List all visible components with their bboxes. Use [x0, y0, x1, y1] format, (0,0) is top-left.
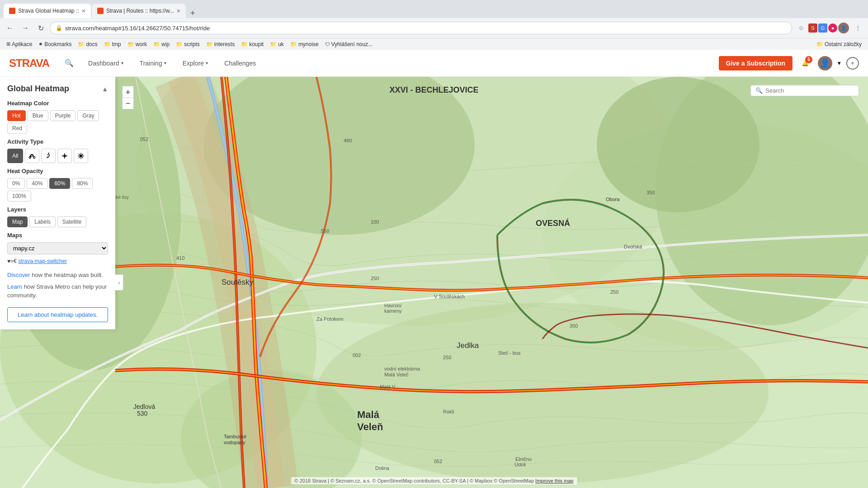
opacity-40-button[interactable]: 40% — [27, 178, 47, 189]
tab-close-2[interactable]: × — [177, 7, 180, 14]
opacity-0-button[interactable]: 0% — [7, 178, 25, 189]
bookmark-docs[interactable]: 📁 docs — [75, 40, 100, 48]
folder-icon-scripts: 📁 — [176, 41, 183, 47]
add-activity-button[interactable]: + — [846, 57, 859, 70]
bookmarks-bar: ⊞ Aplikace ★ Bookmarks 📁 docs 📁 tmp 📁 wo… — [0, 38, 868, 50]
svg-text:Malá: Malá — [357, 409, 380, 420]
back-button[interactable]: ← — [4, 22, 16, 34]
opacity-60-button[interactable]: 60% — [49, 178, 70, 189]
nav-search-icon[interactable]: 🔍 — [63, 57, 75, 69]
address-field[interactable]: 🔒 strava.com/heatmap#15.16/14.26627/50.7… — [50, 22, 792, 34]
switcher-link[interactable]: ♥=€ strava-map-switcher — [7, 258, 108, 264]
color-red-button[interactable]: Red — [7, 123, 27, 134]
color-gray-button[interactable]: Gray — [77, 110, 99, 121]
svg-text:vodopady: vodopady — [224, 440, 245, 445]
give-subscription-button[interactable]: Give a Subscription — [719, 56, 793, 70]
activity-winter-button[interactable] — [74, 149, 88, 163]
bookmark-work[interactable]: 📁 work — [125, 40, 150, 48]
activity-all-button[interactable]: All — [7, 149, 23, 163]
svg-text:410: 410 — [176, 255, 184, 261]
sidebar-collapse-button[interactable]: ▲ — [102, 85, 108, 93]
main-content: 052 410 550 480 250 100 Za Potokem Havro… — [0, 77, 868, 488]
bookmark-aplikace-label: Aplikace — [12, 41, 32, 47]
maps-select[interactable]: mapy.cz OpenStreetMap Mapbox — [7, 242, 108, 254]
bookmark-mynoise[interactable]: 📁 mynoise — [288, 40, 321, 48]
reload-button[interactable]: ↻ — [34, 22, 47, 34]
bookmark-scripts[interactable]: 📁 scripts — [173, 40, 203, 48]
nav-explore[interactable]: Explore ▾ — [179, 58, 212, 69]
folder-icon-mynoise: 📁 — [290, 41, 297, 47]
folder-icon-tmp: 📁 — [104, 41, 111, 47]
bookmark-vyhlasenin[interactable]: 🛡 Vyhlášení nouz... — [322, 40, 376, 48]
bookmark-koupit[interactable]: 📁 koupit — [238, 40, 266, 48]
layer-labels-button[interactable]: Labels — [29, 216, 55, 227]
svg-text:550: 550 — [321, 228, 329, 234]
bookmark-bookmarks[interactable]: ★ Bookmarks — [36, 40, 74, 48]
new-tab-button[interactable]: + — [187, 9, 199, 18]
opacity-80-button[interactable]: 80% — [72, 178, 93, 189]
bookmark-work-label: work — [136, 41, 147, 47]
tab-close-1[interactable]: × — [82, 7, 85, 14]
layers-group: Map Labels Satellite — [7, 216, 108, 227]
sidebar-collapse-arrow[interactable]: ‹ — [115, 274, 123, 291]
nav-dashboard[interactable]: Dashboard ▾ — [85, 58, 127, 69]
color-purple-button[interactable]: Purple — [50, 110, 76, 121]
bookmark-uk[interactable]: 📁 uk — [267, 40, 287, 48]
tab-title-2: Strava | Routes :: https://w... — [106, 8, 174, 14]
improve-map-link[interactable]: Improve this map — [535, 478, 573, 483]
folder-icon-docs: 📁 — [78, 41, 85, 47]
user-avatar[interactable]: 👤 — [818, 56, 832, 70]
svg-text:052: 052 — [434, 459, 442, 464]
svg-point-4 — [316, 303, 769, 483]
nav-training[interactable]: Training ▾ — [136, 58, 170, 69]
bookmark-tmp[interactable]: 📁 tmp — [101, 40, 124, 48]
svg-text:Udoli: Udoli — [514, 462, 526, 467]
bookmark-bookmarks-label: Bookmarks — [44, 41, 71, 47]
learn-link[interactable]: Learn — [7, 283, 22, 290]
opacity-100-button[interactable]: 100% — [7, 191, 31, 202]
activity-run-button[interactable] — [41, 149, 56, 163]
apps-icon: ⊞ — [6, 41, 10, 47]
svg-text:350: 350 — [646, 190, 655, 195]
svg-text:480: 480 — [344, 138, 352, 143]
color-hot-button[interactable]: Hot — [7, 110, 26, 121]
activity-multisport-button[interactable] — [57, 149, 72, 163]
bookmark-mynoise-label: mynoise — [298, 41, 319, 47]
map-area[interactable]: 052 410 550 480 250 100 Za Potokem Havro… — [0, 77, 868, 488]
color-blue-button[interactable]: Blue — [28, 110, 48, 121]
tab-active[interactable]: Strava Global Heatmap :: × — [4, 4, 91, 18]
tab-favicon-2 — [97, 8, 104, 14]
bookmark-aplikace[interactable]: ⊞ Aplikace — [4, 40, 35, 48]
svg-text:Dvořská: Dvořská — [624, 244, 642, 249]
nav-challenges[interactable]: Challenges — [221, 58, 259, 69]
activity-bike-button[interactable] — [25, 149, 39, 163]
layer-satellite-button[interactable]: Satellite — [57, 216, 87, 227]
ext-icon-2: G — [818, 23, 827, 33]
dashboard-chevron: ▾ — [121, 61, 123, 66]
map-search[interactable]: 🔍 — [750, 85, 859, 96]
bookmark-star[interactable]: ☆ — [795, 22, 807, 34]
layer-map-button[interactable]: Map — [7, 216, 28, 227]
zoom-in-button[interactable]: + — [122, 86, 134, 98]
discover-link[interactable]: Discover — [7, 272, 30, 278]
topo-map-svg: 052 410 550 480 250 100 Za Potokem Havro… — [0, 77, 868, 488]
bookmark-wip[interactable]: 📁 wip — [151, 40, 172, 48]
map-search-input[interactable] — [765, 87, 854, 94]
switcher-link-text[interactable]: strava-map-switcher — [18, 258, 67, 264]
browser-menu[interactable]: ⋮ — [852, 22, 864, 34]
user-avatar-img: 👤 — [820, 58, 830, 68]
update-link-button[interactable]: Learn about heatmap updates. — [7, 307, 108, 322]
notifications-button[interactable]: 🔔 5 — [798, 56, 812, 70]
other-bookmarks[interactable]: 📁 Ostatní záložky — [814, 40, 864, 48]
zoom-out-button[interactable]: − — [122, 98, 134, 109]
bookmark-interests[interactable]: 📁 interests — [203, 40, 237, 48]
svg-text:250: 250 — [610, 289, 618, 295]
browser-user-avatar[interactable]: 👤 — [838, 23, 849, 33]
tab-2[interactable]: Strava | Routes :: https://w... × — [92, 4, 186, 18]
forward-button[interactable]: → — [19, 22, 32, 34]
maps-label: Maps — [7, 232, 108, 239]
bookmark-docs-label: docs — [86, 41, 97, 47]
svg-text:Rokli: Rokli — [443, 409, 454, 414]
bookmark-vyhlasenin-label: Vyhlášení nouz... — [331, 41, 373, 47]
heat-opacity-group: 0% 40% 60% 80% 100% — [7, 178, 108, 202]
